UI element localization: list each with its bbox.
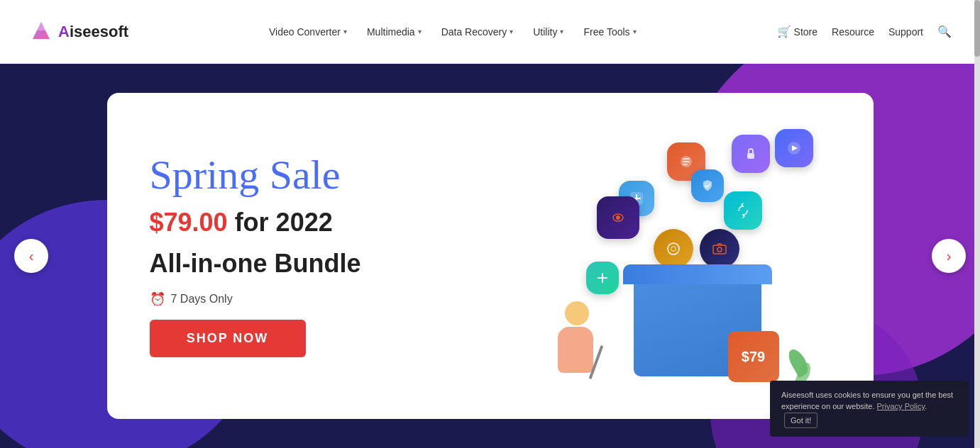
- nav-utility[interactable]: Utility ▾: [533, 26, 563, 38]
- price-text: for 2022: [235, 208, 333, 237]
- nav-right: 🛒 Store Resource Support 🔍: [777, 25, 952, 38]
- character: [558, 301, 598, 380]
- header: Aiseesoft Video Converter ▾ Multimedia ▾…: [0, 0, 980, 64]
- box-scene: $79: [554, 121, 824, 391]
- hero-illustration: $79: [505, 93, 874, 419]
- cookie-message: Aiseesoft uses cookies to ensure you get…: [781, 391, 953, 411]
- app-icon-6: [724, 191, 762, 230]
- chevron-down-icon: ▾: [418, 28, 422, 35]
- app-icon-9: [775, 129, 813, 167]
- next-arrow[interactable]: ›: [932, 239, 966, 273]
- app-icon-8: [700, 229, 739, 269]
- logo-icon: [28, 19, 54, 45]
- nav-data-recovery[interactable]: Data Recovery ▾: [441, 26, 514, 38]
- search-icon[interactable]: 🔍: [937, 25, 952, 38]
- logo-text: Aiseesoft: [58, 23, 128, 41]
- spring-sale-title: Spring Sale: [150, 155, 462, 196]
- svg-rect-8: [713, 245, 726, 254]
- main-nav: Video Converter ▾ Multimedia ▾ Data Reco…: [269, 26, 637, 38]
- days-line: ⏰ 7 Days Only: [150, 291, 462, 307]
- nav-video-converter[interactable]: Video Converter ▾: [269, 26, 347, 38]
- clock-icon: ⏰: [150, 291, 165, 307]
- prev-arrow[interactable]: ‹: [14, 239, 48, 273]
- price-line: $79.00 for 2022: [150, 208, 462, 237]
- cookie-banner: Aiseesoft uses cookies to ensure you get…: [770, 381, 969, 437]
- chevron-down-icon: ▾: [343, 28, 347, 35]
- nav-support[interactable]: Support: [888, 26, 923, 38]
- chevron-down-icon: ▾: [633, 28, 637, 35]
- box-body: $79: [634, 284, 761, 376]
- days-text: 7 Days Only: [171, 293, 233, 306]
- price-tag: $79: [728, 331, 779, 382]
- shop-now-button[interactable]: SHOP NOW: [150, 320, 306, 357]
- price-value: $79.00: [150, 208, 228, 237]
- svg-point-9: [717, 247, 722, 252]
- svg-rect-1: [747, 153, 754, 159]
- app-icon-10: [586, 262, 619, 294]
- cart-icon: 🛒: [777, 25, 791, 38]
- nav-resource[interactable]: Resource: [832, 26, 874, 38]
- chevron-down-icon: ▾: [560, 28, 563, 35]
- nav-store[interactable]: 🛒 Store: [777, 25, 817, 38]
- app-icon-4: [597, 196, 639, 239]
- hero-text: Spring Sale $79.00 for 2022 All-in-one B…: [107, 126, 505, 386]
- scrollbar[interactable]: [974, 0, 980, 448]
- chevron-down-icon: ▾: [510, 28, 513, 35]
- nav-multimedia[interactable]: Multimedia ▾: [367, 26, 422, 38]
- leaf-decoration: [791, 348, 810, 383]
- bundle-line: All-in-one Bundle: [150, 249, 462, 279]
- got-it-button[interactable]: Got it!: [784, 413, 817, 429]
- open-box: $79: [634, 264, 772, 376]
- scrollbar-thumb[interactable]: [974, 0, 980, 57]
- app-icon-7: [654, 229, 693, 269]
- privacy-policy-link[interactable]: Privacy Policy: [877, 402, 925, 410]
- box-lid: [623, 264, 772, 284]
- svg-point-4: [616, 215, 620, 220]
- nav-free-tools[interactable]: Free Tools ▾: [583, 26, 636, 38]
- logo[interactable]: Aiseesoft: [28, 19, 128, 45]
- svg-point-7: [672, 247, 675, 250]
- app-icon-5: [691, 169, 724, 202]
- hero-card: Spring Sale $79.00 for 2022 All-in-one B…: [107, 93, 874, 419]
- app-icon-2: [732, 135, 770, 173]
- hero-section: ‹ Spring Sale $79.00 for 2022 All-in-one…: [0, 64, 980, 448]
